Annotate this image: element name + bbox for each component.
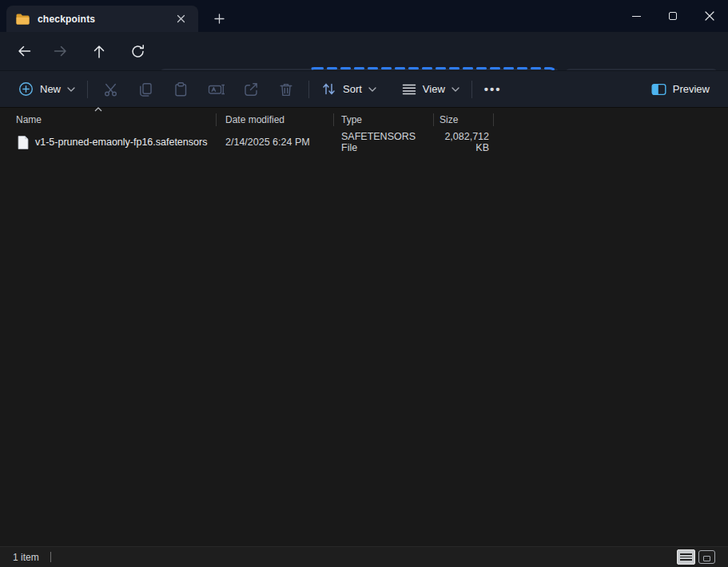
- column-headers: Name Date modified Type Size: [0, 109, 728, 130]
- more-dots-icon: •••: [484, 82, 502, 96]
- folder-icon: [16, 14, 30, 25]
- cut-button[interactable]: [93, 76, 128, 103]
- trash-icon: [278, 81, 294, 97]
- paste-button[interactable]: [163, 76, 198, 103]
- column-header-size[interactable]: Size: [434, 109, 493, 130]
- file-explorer-window: checkpoints: [0, 0, 728, 567]
- chevron-down-icon: [452, 87, 459, 92]
- sort-button[interactable]: Sort: [314, 76, 384, 103]
- sort-ascending-icon: [94, 107, 102, 112]
- paste-icon: [173, 81, 189, 97]
- view-button[interactable]: View: [395, 76, 467, 103]
- address-bar: ··· SSD (D:) ComfyUI models checkpoints: [0, 32, 728, 70]
- new-tab-button[interactable]: [208, 8, 230, 29]
- column-header-type[interactable]: Type: [334, 109, 433, 130]
- see-more-button[interactable]: •••: [477, 76, 509, 103]
- titlebar: checkpoints: [0, 0, 728, 32]
- file-name-cell: v1-5-pruned-emaonly-fp16.safetensors: [0, 136, 216, 149]
- rename-icon: [208, 81, 225, 97]
- toolbar-divider: [87, 81, 88, 98]
- circle-plus-icon: [18, 81, 34, 97]
- toolbar-divider: [471, 81, 472, 98]
- refresh-icon[interactable]: [125, 39, 150, 63]
- status-divider: [50, 552, 51, 562]
- file-name: v1-5-pruned-emaonly-fp16.safetensors: [35, 137, 207, 148]
- column-header-name[interactable]: Name: [0, 109, 216, 130]
- preview-button[interactable]: Preview: [644, 76, 717, 103]
- scissors-icon: [103, 82, 118, 97]
- window-controls: [618, 0, 728, 32]
- file-date-cell: 2/14/2025 6:24 PM: [216, 137, 333, 148]
- view-button-label: View: [423, 83, 445, 95]
- new-button-label: New: [40, 83, 61, 95]
- status-bar: 1 item: [0, 546, 728, 567]
- delete-button[interactable]: [269, 76, 304, 103]
- close-icon[interactable]: [691, 0, 728, 32]
- share-button[interactable]: [233, 76, 269, 103]
- sort-button-label: Sort: [343, 83, 362, 95]
- chevron-down-icon: [368, 87, 376, 92]
- copy-icon: [137, 81, 153, 97]
- column-header-date-modified[interactable]: Date modified: [217, 109, 333, 130]
- file-type-cell: SAFETENSORS File: [333, 131, 433, 153]
- view-lines-icon: [402, 83, 416, 96]
- back-arrow-icon[interactable]: [10, 39, 36, 63]
- copy-button[interactable]: [128, 76, 163, 103]
- sort-arrows-icon: [321, 81, 336, 97]
- preview-button-label: Preview: [673, 83, 710, 95]
- file-row[interactable]: v1-5-pruned-emaonly-fp16.safetensors 2/1…: [0, 131, 519, 153]
- tab-close-icon[interactable]: [173, 11, 189, 27]
- toolbar-divider: [308, 81, 309, 98]
- tab-checkpoints[interactable]: checkpoints: [6, 6, 198, 32]
- share-icon: [243, 81, 259, 97]
- forward-arrow-icon[interactable]: [49, 39, 74, 63]
- up-arrow-icon[interactable]: [86, 39, 112, 63]
- file-size-cell: 2,082,712 KB: [433, 131, 493, 153]
- command-bar: New: [0, 70, 728, 108]
- minimize-icon[interactable]: [618, 0, 654, 32]
- preview-pane-icon: [651, 83, 666, 96]
- item-count: 1 item: [13, 552, 39, 563]
- chevron-down-icon: [67, 87, 75, 92]
- details-view-icon[interactable]: [677, 549, 695, 565]
- rename-button[interactable]: [198, 76, 233, 103]
- document-icon: [18, 136, 29, 149]
- large-icons-view-icon[interactable]: [698, 550, 715, 564]
- column-divider[interactable]: [493, 113, 494, 126]
- tab-title: checkpoints: [38, 14, 95, 25]
- new-button[interactable]: New: [11, 76, 82, 103]
- maximize-icon[interactable]: [654, 0, 691, 32]
